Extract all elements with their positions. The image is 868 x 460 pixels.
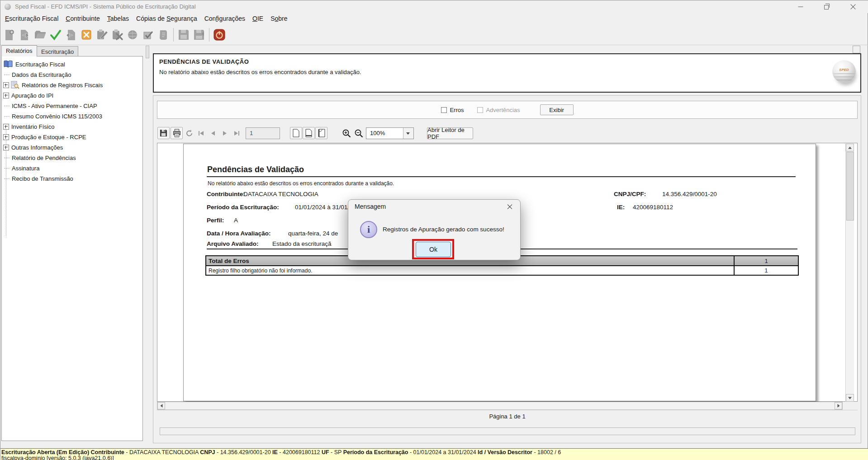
- validate-icon[interactable]: [48, 27, 63, 43]
- refresh-icon[interactable]: [184, 127, 195, 139]
- menu-configuracoes[interactable]: Configurações: [201, 13, 249, 24]
- tree-item-dados-da-escrituracao[interactable]: Dados da Escrituração: [2, 70, 71, 80]
- sign-icon[interactable]: [140, 27, 156, 43]
- field-value: DATACAIXA TECNOLOGIA: [243, 191, 318, 197]
- transmit-icon[interactable]: [125, 27, 140, 43]
- table-row-label: Registro filho obrigatório não foi infor…: [206, 266, 735, 275]
- zoom-out-icon[interactable]: [353, 127, 364, 139]
- advertencias-checkbox[interactable]: [477, 107, 483, 113]
- erros-checkbox[interactable]: [441, 107, 447, 113]
- advertencias-label: Advertências: [486, 107, 520, 113]
- main-toolbar: [0, 24, 868, 45]
- field-label: Contribuinte:: [207, 191, 245, 197]
- horizontal-scrollbar[interactable]: [157, 402, 843, 410]
- validation-header-panel: PENDÊNCIAS DE VALIDAÇÃO No relatório aba…: [153, 53, 861, 93]
- dialog-title: Mensagem: [355, 203, 386, 210]
- close-escrituracao-icon[interactable]: [79, 27, 94, 43]
- save-report-icon[interactable]: [157, 127, 170, 139]
- fit-width-view-icon[interactable]: [303, 127, 315, 139]
- application-window: Sped Fiscal - EFD ICMS/IPI - Sistema Púb…: [0, 0, 868, 460]
- tree-item-producao-e-estoque-rcpe[interactable]: Produção e Estoque - RCPE: [2, 132, 86, 142]
- dialog-close-icon[interactable]: [505, 202, 515, 212]
- open-escrituracao-icon[interactable]: [33, 27, 48, 43]
- report-tree: Escrituração Fiscal Dados da Escrituraçã…: [1, 56, 143, 441]
- close-button[interactable]: [843, 0, 863, 13]
- print-icon[interactable]: [171, 127, 183, 139]
- single-page-view-icon[interactable]: [290, 127, 302, 139]
- tree-item-apuracao-do-ipi[interactable]: Apuração do IPI: [2, 90, 53, 100]
- export-escrituracao-icon[interactable]: [63, 27, 79, 43]
- expand-icon[interactable]: [3, 134, 9, 140]
- receipt-icon[interactable]: [156, 27, 171, 43]
- message-dialog: Mensagem i Registros de Apuração gerado …: [348, 199, 521, 260]
- field-label: CNPJ/CPF:: [614, 191, 646, 197]
- scroll-left-icon[interactable]: [157, 402, 165, 409]
- scrollbar-thumb[interactable]: [846, 152, 854, 221]
- tab-escrituracao[interactable]: Escrituração: [37, 46, 78, 56]
- exit-icon[interactable]: [212, 27, 227, 43]
- scroll-right-icon[interactable]: [835, 402, 842, 409]
- page-indicator: Página 1 de 1: [157, 410, 858, 425]
- panel-title: PENDÊNCIAS DE VALIDAÇÃO: [159, 58, 249, 65]
- status-line-2: fiscalpva-dominio [versão: 5.0.3 (java21…: [1, 455, 114, 460]
- splitter-handle[interactable]: [146, 46, 149, 58]
- open-pdf-reader-button[interactable]: Abrir Leitor de PDF: [427, 127, 473, 139]
- fit-page-view-icon[interactable]: [315, 127, 327, 139]
- tree-item-inventario-fisico[interactable]: Inventário Físico: [2, 122, 54, 131]
- menu-tabelas[interactable]: Tabelas: [104, 13, 133, 24]
- report-title: Pendências de Validação: [207, 165, 304, 174]
- status-line-1: Escrituração Aberta (Em Edição) Contribu…: [1, 449, 561, 455]
- backup-icon[interactable]: [176, 27, 191, 43]
- zoom-in-icon[interactable]: [341, 127, 352, 139]
- menu-copias-seguranca[interactable]: Cópias de Segurança: [133, 13, 201, 24]
- report-viewer: Pendências de Validação No relatório aba…: [157, 143, 858, 402]
- tree-item-escrituracao-fiscal[interactable]: Escrituração Fiscal: [2, 59, 65, 69]
- menu-escrituracao-fiscal[interactable]: Escrituração Fiscal: [1, 13, 62, 24]
- minimize-button[interactable]: [790, 0, 811, 13]
- previous-page-icon[interactable]: [208, 127, 218, 139]
- field-label: Período da Escrituração:: [207, 204, 279, 211]
- last-page-icon[interactable]: [231, 127, 242, 139]
- tree-item-relatorios-de-registros-fiscais[interactable]: Relatórios de Registros Fiscais: [2, 80, 103, 90]
- book-icon: [3, 60, 13, 68]
- panel-corner-button[interactable]: [853, 46, 860, 53]
- scroll-down-icon[interactable]: [846, 394, 854, 402]
- app-icon: [5, 4, 11, 10]
- zoom-level-select[interactable]: 100%: [366, 127, 414, 139]
- next-page-icon[interactable]: [219, 127, 230, 139]
- vertical-scrollbar[interactable]: [845, 144, 854, 402]
- delete-records-icon[interactable]: [109, 27, 125, 43]
- tree-item-relatorio-de-pendencias[interactable]: Relatório de Pendências: [2, 153, 76, 163]
- tree-item-icms-ativo-permanente-ciap[interactable]: ICMS - Ativo Permanente - CIAP: [2, 101, 97, 111]
- chevron-down-icon[interactable]: [403, 128, 413, 139]
- field-label: Arquivo Avaliado:: [207, 240, 259, 247]
- field-value: 14.356.429/0001-20: [662, 191, 717, 197]
- sped-logo: SPED: [832, 60, 856, 83]
- restore-backup-icon[interactable]: [191, 27, 207, 43]
- report-page: Pendências de Validação No relatório aba…: [183, 144, 816, 401]
- tree-item-outras-informacoes[interactable]: Outras Informações: [2, 142, 63, 152]
- page-number-input[interactable]: 1: [246, 127, 280, 139]
- filter-panel: Erros Advertências Exibir: [157, 101, 858, 119]
- tree-item-recibo-de-transmissao[interactable]: Recibo de Transmissão: [2, 174, 73, 183]
- tab-relatorios[interactable]: Relatórios: [1, 45, 37, 56]
- field-value: quarta-feira, 24 de: [288, 230, 338, 237]
- expand-icon[interactable]: [3, 145, 9, 150]
- expand-icon[interactable]: [3, 82, 9, 88]
- restore-button[interactable]: [816, 0, 837, 13]
- scroll-up-icon[interactable]: [846, 144, 854, 151]
- expand-icon[interactable]: [3, 93, 9, 99]
- new-escrituracao-icon[interactable]: [2, 27, 17, 43]
- expand-icon[interactable]: [3, 124, 9, 130]
- menu-contribuinte[interactable]: Contribuinte: [62, 13, 104, 24]
- highlight-annotation: [412, 239, 454, 259]
- field-value: Estado da escrituraçã: [272, 240, 332, 247]
- tree-item-assinatura[interactable]: Assinatura: [2, 163, 39, 173]
- first-page-icon[interactable]: [196, 127, 207, 139]
- menu-sobre[interactable]: Sobre: [267, 13, 291, 24]
- tree-item-resumo-convenio-icms[interactable]: Resumo Convênio ICMS 115/2003: [2, 111, 102, 121]
- import-escrituracao-icon[interactable]: [17, 27, 33, 43]
- exibir-button[interactable]: Exibir: [540, 104, 574, 115]
- menu-oie[interactable]: OIE: [249, 13, 267, 24]
- edit-records-icon[interactable]: [94, 27, 109, 43]
